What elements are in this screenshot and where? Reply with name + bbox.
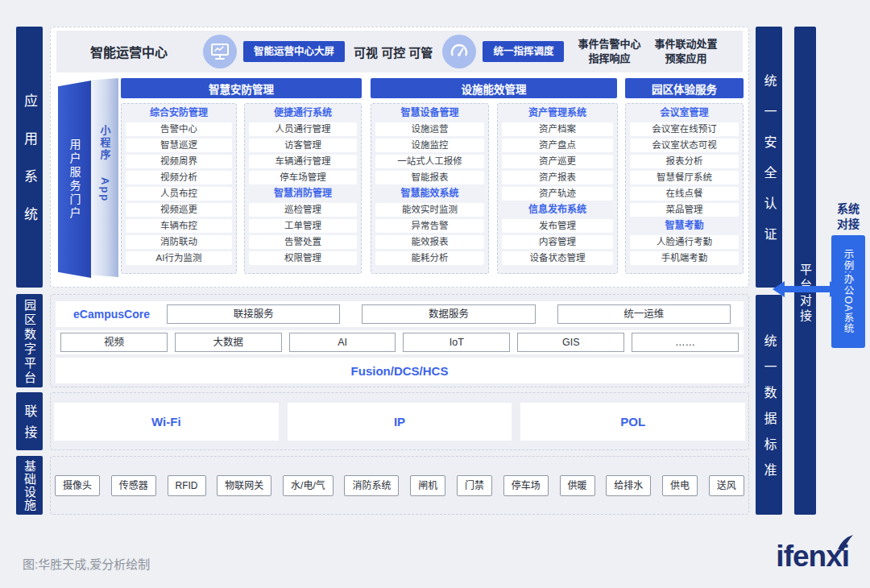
- app-label: App: [99, 177, 111, 202]
- platform-service-box: 数据服务: [362, 304, 535, 324]
- rail-label: 基础设施: [21, 460, 38, 511]
- connect-row: Wi-FiIPPOL: [54, 403, 745, 441]
- oa-example-label: 示例:办公OA系统: [841, 249, 856, 334]
- platform-service-box: 联接服务: [167, 304, 340, 324]
- feature-item: 会议室状态可视: [630, 139, 739, 152]
- feature-item: 设施监控: [375, 139, 484, 152]
- section-header-campus-experience: 园区体验服务: [625, 78, 744, 98]
- device-box: 供暖: [560, 475, 595, 496]
- infrastructure-box: 摄像头传感器RFID物联网关水/电/气消防系统闸机门禁停车场供暖给排水供电送风: [50, 456, 749, 515]
- feature-item: 权限管理: [249, 251, 357, 265]
- user-service-portal: 用户服务门户: [58, 81, 91, 278]
- rail-label: 应用系统: [19, 69, 39, 245]
- feature-item: 一站式人工报修: [375, 155, 484, 168]
- rail-connection: 联接: [16, 392, 43, 450]
- device-box: 消防系统: [344, 475, 399, 496]
- feature-item: 视频周界: [126, 155, 232, 168]
- portal-channels-text: 小程序 App: [97, 125, 113, 277]
- feature-item: 智能报表: [375, 171, 484, 184]
- section-header-facility-energy: 设施能效管理: [371, 78, 617, 98]
- portal-channels: 小程序 App: [91, 78, 118, 277]
- platform-services-strip: eCampusCore 联接服务数据服务统一运维: [56, 301, 744, 327]
- subsystem-header: 智慧能效系统: [375, 187, 484, 201]
- rail-label: 统一数据标准: [760, 321, 779, 489]
- diagram-canvas: 应用系统 园区数字平台 联接 基础设施 智能运营中心 智能运营中心大屏 可视 可…: [0, 0, 870, 588]
- platform-capability-box: 大数据: [175, 333, 282, 352]
- feature-item: AI行为监测: [126, 251, 232, 265]
- footer-credit: 图:华胜天成,爱分析绘制: [23, 555, 150, 572]
- feature-item: 资产档案: [502, 122, 613, 136]
- section-header-smart-security: 智慧安防管理: [121, 78, 362, 98]
- app-column: 便捷通行系统人员通行管理访客管理车辆通行管理停车场管理智慧消防管理巡检管理工单管…: [244, 103, 362, 274]
- logo-swoosh-icon: [836, 535, 856, 553]
- event-alert-line2: 指挥响应: [588, 52, 630, 64]
- app-column: 综合安防管理告警中心智慧巡逻视频周界视频分析人员布控视频巡更车辆布控消防联动AI…: [121, 103, 237, 274]
- subsystem-header: 智慧考勤: [630, 219, 739, 233]
- platform-capability-box: AI: [289, 333, 396, 352]
- subsystem-header: 智慧消防管理: [249, 187, 357, 201]
- feature-item: 手机端考勤: [630, 251, 739, 265]
- device-box: 物联网关: [217, 475, 271, 496]
- feature-item: 告警中心: [126, 122, 232, 136]
- system-docking-line2: 对接: [837, 217, 860, 230]
- mini-program-label: 小程序: [99, 125, 111, 161]
- ecampuscore-label: eCampusCore: [73, 308, 167, 321]
- event-linkage-line1: 事件联动处置: [654, 38, 717, 50]
- platform-capability-box: GIS: [517, 333, 624, 352]
- subsystem-header: 便捷通行系统: [249, 106, 357, 120]
- feature-item: 设备状态管理: [502, 251, 613, 265]
- ioc-title: 智能运营中心: [90, 42, 168, 61]
- feature-item: 车辆通行管理: [249, 155, 357, 168]
- infra-row: 摄像头传感器RFID物联网关水/电/气消防系统闸机门禁停车场供暖给排水供电送风: [55, 475, 744, 496]
- platform-capability-box: 视频: [60, 333, 168, 352]
- feature-item: 智慧巡逻: [126, 139, 232, 152]
- connect-option-box: IP: [288, 403, 512, 441]
- feature-item: 资产巡更: [502, 155, 613, 168]
- feature-item: 视频巡更: [126, 203, 232, 217]
- system-docking-line1: 系统: [837, 202, 860, 215]
- rail-label: 园区数字平台: [21, 296, 38, 386]
- subsystem-header: 会议室管理: [630, 106, 739, 120]
- feature-item: 能效报表: [375, 235, 484, 249]
- app-column: 智慧设备管理设施运营设施监控一站式人工报修智能报表智慧能效系统能效实时监测异常告…: [371, 103, 489, 274]
- feature-item: 设施运营: [375, 122, 484, 136]
- feature-item: 资产报表: [502, 171, 613, 184]
- platform-capability-box: IoT: [403, 333, 510, 352]
- device-box: 水/电/气: [283, 475, 334, 496]
- feature-item: 巡检管理: [249, 203, 357, 217]
- platform-services-row: 联接服务数据服务统一运维: [167, 304, 744, 324]
- feature-item: 停车场管理: [249, 171, 357, 184]
- rail-application-systems: 应用系统: [16, 27, 43, 288]
- app-column: 会议室管理会议室在线预订会议室状态可视报表分析智慧餐厅系统在线点餐菜品管理智慧考…: [625, 103, 744, 274]
- device-box: 供电: [662, 475, 698, 496]
- feature-item: 报表分析: [630, 155, 739, 168]
- feature-item: 能耗分析: [375, 251, 484, 265]
- system-docking-label: 系统 对接: [826, 201, 870, 232]
- app-columns: 综合安防管理告警中心智慧巡逻视频周界视频分析人员布控视频巡更车辆布控消防联动AI…: [121, 103, 744, 275]
- ioc-screen-button: 智能运营中心大屏: [243, 41, 345, 62]
- device-box: 传感器: [111, 475, 156, 496]
- feature-item: 能效实时监测: [375, 203, 484, 217]
- feature-item: 工单管理: [249, 219, 357, 233]
- feature-item: 人员布控: [126, 187, 232, 201]
- feature-item: 资产轨迹: [502, 187, 613, 201]
- feature-item: 异常告警: [375, 219, 484, 233]
- ioc-dispatch-button: 统一指挥调度: [483, 41, 564, 62]
- device-box: 门禁: [457, 475, 492, 496]
- app-column: 资产管理系统资产档案资产盘点资产巡更资产报表资产轨迹信息发布系统发布管理内容管理…: [497, 103, 618, 274]
- monitor-icon: [203, 35, 237, 68]
- rail-label: 统一安全认证: [760, 56, 779, 258]
- connect-option-box: Wi-Fi: [54, 403, 279, 441]
- feature-item: 菜品管理: [630, 203, 739, 217]
- event-alert-line1: 事件告警中心: [578, 38, 640, 50]
- ioc-capabilities: 可视 可控 可管: [354, 43, 433, 60]
- feature-item: 告警处置: [249, 235, 357, 249]
- feature-item: 在线点餐: [630, 187, 739, 201]
- event-alert-center-label: 事件告警中心 指挥响应: [578, 37, 640, 65]
- feature-item: 视频分析: [126, 171, 232, 184]
- feature-item: 内容管理: [502, 235, 613, 249]
- event-linkage-label: 事件联动处置 预案应用: [654, 37, 717, 65]
- rail-unified-security-auth: 统一安全认证: [756, 27, 782, 288]
- platform-foundation-strip: Fusion/DCS/HCS: [56, 358, 744, 383]
- feature-item: 会议室在线预订: [630, 122, 739, 136]
